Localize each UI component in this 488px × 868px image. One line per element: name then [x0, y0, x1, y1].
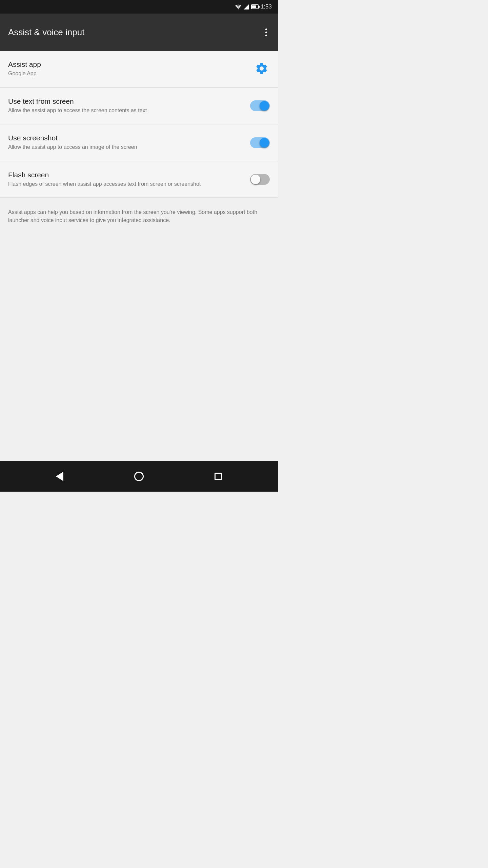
- status-icons: 1:53: [235, 3, 272, 10]
- use-screenshot-content: Use screenshot Allow the assist app to a…: [8, 134, 250, 151]
- home-icon: [134, 472, 144, 481]
- nav-recents-button[interactable]: [211, 469, 225, 484]
- flash-screen-title: Flash screen: [8, 171, 243, 179]
- recents-icon: [215, 473, 222, 480]
- flash-screen-subtitle: Flash edges of screen when assist app ac…: [8, 180, 243, 188]
- use-screenshot-toggle[interactable]: [250, 137, 270, 148]
- use-text-content: Use text from screen Allow the assist ap…: [8, 97, 250, 114]
- assist-app-content: Assist app Google App: [8, 60, 253, 77]
- wifi-icon: [235, 4, 242, 9]
- flash-screen-row[interactable]: Flash screen Flash edges of screen when …: [0, 161, 278, 198]
- app-bar: Assist & voice input: [0, 14, 278, 51]
- assist-app-subtitle: Google App: [8, 70, 247, 77]
- use-text-title: Use text from screen: [8, 97, 243, 105]
- svg-marker-1: [244, 4, 249, 9]
- use-text-row[interactable]: Use text from screen Allow the assist ap…: [0, 88, 278, 124]
- use-screenshot-subtitle: Allow the assist app to access an image …: [8, 143, 243, 151]
- flash-screen-toggle[interactable]: [250, 174, 270, 185]
- status-bar: 1:53: [0, 0, 278, 14]
- more-options-button[interactable]: [263, 26, 270, 39]
- use-screenshot-thumb: [260, 138, 269, 147]
- status-time: 1:53: [261, 3, 272, 10]
- more-options-dot: [265, 32, 267, 33]
- svg-point-0: [238, 8, 239, 9]
- more-options-dot: [265, 28, 267, 30]
- use-text-toggle[interactable]: [250, 100, 270, 111]
- back-icon: [56, 472, 63, 481]
- nav-back-button[interactable]: [53, 468, 67, 485]
- assist-app-row[interactable]: Assist app Google App: [0, 51, 278, 87]
- use-screenshot-title: Use screenshot: [8, 134, 243, 142]
- gear-icon: [255, 62, 268, 75]
- more-options-dot: [265, 35, 267, 36]
- use-text-subtitle: Allow the assist app to access the scree…: [8, 107, 243, 114]
- description-text: Assist apps can help you based on inform…: [0, 198, 278, 235]
- use-screenshot-row[interactable]: Use screenshot Allow the assist app to a…: [0, 124, 278, 161]
- assist-app-gear-button[interactable]: [253, 60, 270, 78]
- assist-app-title: Assist app: [8, 60, 247, 68]
- page-title: Assist & voice input: [8, 27, 84, 38]
- flash-screen-content: Flash screen Flash edges of screen when …: [8, 171, 250, 188]
- signal-icon: [244, 4, 249, 9]
- settings-list: Assist app Google App Use text from scre…: [0, 51, 278, 461]
- nav-bar: [0, 461, 278, 492]
- use-text-thumb: [260, 101, 269, 111]
- battery-icon: [251, 4, 259, 9]
- nav-home-button[interactable]: [131, 468, 147, 485]
- flash-screen-thumb: [251, 175, 260, 184]
